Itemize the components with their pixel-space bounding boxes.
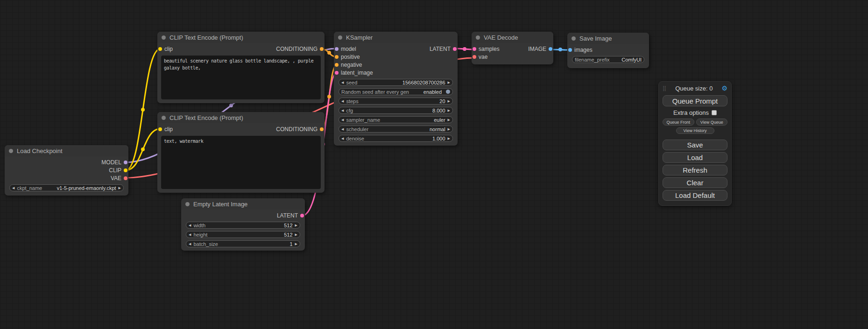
clear-button[interactable]: Clear bbox=[663, 177, 727, 188]
widget-value: euler bbox=[434, 117, 445, 123]
node-titlebar[interactable]: Empty Latent Image bbox=[181, 198, 305, 210]
collapse-dot-icon[interactable] bbox=[476, 35, 480, 40]
queue-menu-panel: ⣿ Queue size: 0 ⚙ Queue Prompt Extra opt… bbox=[658, 81, 732, 206]
output-slot-latent[interactable] bbox=[300, 214, 304, 217]
toggle-indicator-icon[interactable] bbox=[446, 90, 450, 94]
input-slot-positive[interactable] bbox=[335, 55, 339, 59]
prompt-textarea[interactable]: text, watermark bbox=[161, 136, 321, 189]
decrement-icon[interactable]: ◀ bbox=[341, 99, 344, 103]
widget-denoise[interactable]: ◀ denoise 1.000 ▶ bbox=[339, 135, 453, 142]
increment-icon[interactable]: ▶ bbox=[448, 137, 450, 140]
increment-icon[interactable]: ▶ bbox=[448, 118, 450, 121]
widget-value: 156680208700286 bbox=[402, 80, 445, 85]
decrement-icon[interactable]: ◀ bbox=[189, 233, 191, 236]
input-slot-clip[interactable] bbox=[158, 127, 162, 131]
extra-options-checkbox[interactable] bbox=[712, 110, 717, 115]
node-titlebar[interactable]: VAE Decode bbox=[472, 32, 553, 43]
widget-label: sampler_name bbox=[346, 117, 380, 123]
increment-icon[interactable]: ▶ bbox=[295, 224, 297, 227]
collapse-dot-icon[interactable] bbox=[162, 116, 166, 120]
widget-cfg[interactable]: ◀ cfg 8.000 ▶ bbox=[339, 107, 453, 114]
increment-icon[interactable]: ▶ bbox=[119, 186, 121, 189]
widget-label: width bbox=[193, 223, 205, 228]
queue-front-button[interactable]: Queue Front bbox=[663, 119, 694, 126]
widget-height[interactable]: ◀ height 512 ▶ bbox=[186, 231, 300, 238]
queue-prompt-button[interactable]: Queue Prompt bbox=[663, 95, 727, 106]
input-slot-samples[interactable] bbox=[473, 47, 476, 51]
input-slot-clip[interactable] bbox=[158, 47, 162, 51]
increment-icon[interactable]: ▶ bbox=[448, 127, 450, 131]
widget-random-seed-toggle[interactable]: Random seed after every gen enabled bbox=[339, 88, 453, 95]
node-ksampler[interactable]: KSampler model LATENT positive negative … bbox=[334, 32, 458, 146]
widget-label: height bbox=[193, 232, 207, 238]
slot-row: LATENT bbox=[181, 211, 305, 219]
collapse-dot-icon[interactable] bbox=[338, 35, 342, 40]
widget-batch-size[interactable]: ◀ batch_size 1 ▶ bbox=[186, 240, 300, 247]
load-default-button[interactable]: Load Default bbox=[663, 190, 727, 201]
decrement-icon[interactable]: ◀ bbox=[189, 242, 191, 245]
slot-row: positive bbox=[334, 53, 458, 61]
widget-scheduler[interactable]: ◀ scheduler normal ▶ bbox=[339, 126, 453, 133]
increment-icon[interactable]: ▶ bbox=[295, 233, 297, 236]
decrement-icon[interactable]: ◀ bbox=[189, 224, 191, 227]
decrement-icon[interactable]: ◀ bbox=[341, 81, 344, 84]
wire-image-midpoint-dot bbox=[558, 48, 562, 51]
output-slot-conditioning[interactable] bbox=[320, 127, 324, 131]
output-slot-conditioning[interactable] bbox=[320, 47, 324, 51]
output-slot-model[interactable] bbox=[124, 161, 127, 164]
node-titlebar[interactable]: Save Image bbox=[567, 33, 649, 44]
decrement-icon[interactable]: ◀ bbox=[12, 186, 14, 189]
output-slot-latent[interactable] bbox=[453, 47, 457, 51]
settings-gear-icon[interactable]: ⚙ bbox=[721, 84, 727, 92]
input-slot-vae[interactable] bbox=[473, 55, 476, 59]
widget-filename-prefix[interactable]: filename_prefix ComfyUI bbox=[572, 56, 644, 63]
increment-icon[interactable]: ▶ bbox=[295, 242, 297, 245]
node-titlebar[interactable]: CLIP Text Encode (Prompt) bbox=[157, 112, 325, 123]
decrement-icon[interactable]: ◀ bbox=[341, 137, 344, 140]
node-empty-latent-image[interactable]: Empty Latent Image LATENT ◀ width 512 ▶ … bbox=[181, 198, 305, 251]
refresh-button[interactable]: Refresh bbox=[663, 165, 727, 175]
decrement-icon[interactable]: ◀ bbox=[341, 127, 344, 131]
output-slot-image[interactable] bbox=[549, 47, 552, 51]
input-slot-latent-image[interactable] bbox=[335, 71, 339, 75]
decrement-icon[interactable]: ◀ bbox=[341, 118, 344, 121]
increment-icon[interactable]: ▶ bbox=[448, 99, 450, 103]
load-button[interactable]: Load bbox=[663, 152, 727, 163]
node-vae-decode[interactable]: VAE Decode samples IMAGE vae bbox=[472, 32, 553, 64]
widget-value: v1-5-pruned-emaonly.ckpt bbox=[57, 185, 116, 191]
output-slot-vae[interactable] bbox=[124, 176, 127, 180]
node-clip-text-encode-positive[interactable]: CLIP Text Encode (Prompt) clip CONDITION… bbox=[157, 32, 325, 103]
decrement-icon[interactable]: ◀ bbox=[341, 109, 344, 112]
node-title: CLIP Text Encode (Prompt) bbox=[169, 114, 243, 121]
prompt-textarea[interactable]: beautiful scenery nature glass bottle la… bbox=[161, 56, 321, 99]
node-clip-text-encode-negative[interactable]: CLIP Text Encode (Prompt) clip CONDITION… bbox=[157, 112, 325, 193]
collapse-dot-icon[interactable] bbox=[572, 36, 576, 41]
input-slot-images[interactable] bbox=[568, 48, 572, 52]
node-titlebar[interactable]: KSampler bbox=[334, 32, 458, 43]
view-queue-button[interactable]: View Queue bbox=[696, 119, 728, 126]
collapse-dot-icon[interactable] bbox=[162, 35, 166, 40]
widget-steps[interactable]: ◀ steps 20 ▶ bbox=[339, 98, 453, 105]
drag-handle-icon[interactable]: ⣿ bbox=[663, 85, 666, 91]
collapse-dot-icon[interactable] bbox=[185, 202, 190, 206]
view-history-button[interactable]: View History bbox=[676, 127, 714, 134]
node-titlebar[interactable]: CLIP Text Encode (Prompt) bbox=[157, 32, 325, 43]
node-titlebar[interactable]: Load Checkpoint bbox=[5, 145, 128, 156]
save-button[interactable]: Save bbox=[663, 140, 727, 150]
increment-icon[interactable]: ▶ bbox=[448, 81, 450, 84]
increment-icon[interactable]: ▶ bbox=[448, 109, 450, 112]
collapse-dot-icon[interactable] bbox=[9, 149, 13, 153]
widget-width[interactable]: ◀ width 512 ▶ bbox=[186, 222, 300, 229]
widget-seed[interactable]: ◀ seed 156680208700286 ▶ bbox=[339, 79, 453, 86]
node-load-checkpoint[interactable]: Load Checkpoint MODEL CLIP VAE ◀ ckpt_na… bbox=[5, 145, 128, 196]
graph-canvas[interactable]: Load Checkpoint MODEL CLIP VAE ◀ ckpt_na… bbox=[0, 0, 868, 329]
node-save-image[interactable]: Save Image images filename_prefix ComfyU… bbox=[567, 33, 649, 68]
input-slot-model[interactable] bbox=[335, 47, 339, 51]
input-slot-negative[interactable] bbox=[335, 63, 339, 67]
widget-ckpt-name[interactable]: ◀ ckpt_name v1-5-pruned-emaonly.ckpt ▶ bbox=[9, 184, 124, 191]
widget-value: 20 bbox=[439, 98, 445, 104]
menu-header: ⣿ Queue size: 0 ⚙ bbox=[663, 84, 727, 92]
widget-label: cfg bbox=[346, 108, 353, 113]
output-slot-clip[interactable] bbox=[124, 168, 127, 172]
widget-sampler-name[interactable]: ◀ sampler_name euler ▶ bbox=[339, 116, 453, 123]
